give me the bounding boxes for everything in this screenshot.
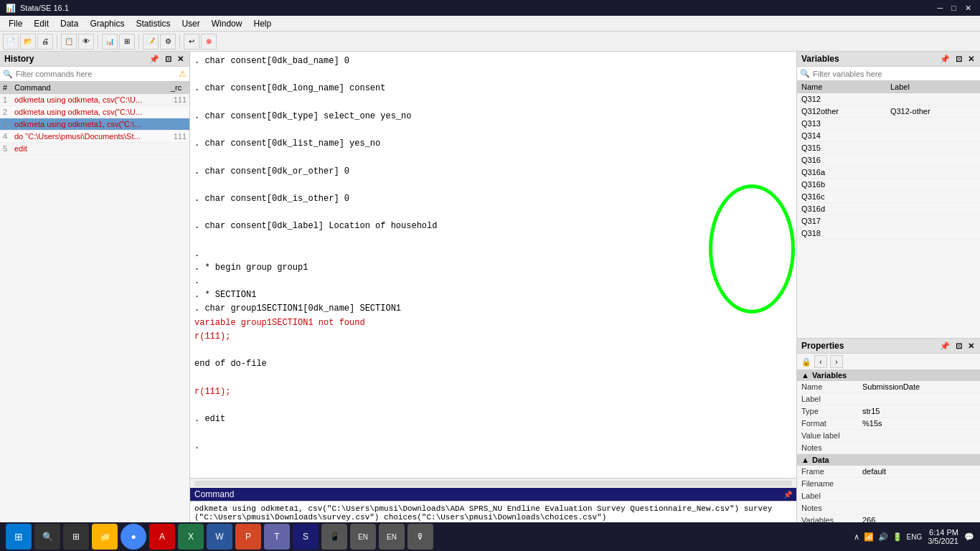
history-controls[interactable]: 📌 ⊡ ✕ bbox=[148, 55, 185, 64]
results-scroll-container[interactable]: . char consent[0dk_bad_name] 0 . char co… bbox=[190, 52, 796, 478]
history-close[interactable]: ✕ bbox=[176, 55, 185, 64]
history-row[interactable]: 3 odkmeta using odkmeta1, csv("C:\... bbox=[0, 118, 189, 131]
variables-search-input[interactable] bbox=[813, 70, 977, 78]
teams-app[interactable]: T bbox=[264, 524, 290, 550]
history-search-input[interactable] bbox=[16, 70, 179, 78]
history-undock[interactable]: ⊡ bbox=[164, 55, 173, 64]
maximize-button[interactable]: □ bbox=[948, 4, 959, 13]
variables-close[interactable]: ✕ bbox=[966, 55, 976, 64]
network-icon[interactable]: 📶 bbox=[864, 532, 874, 542]
variables-undock[interactable]: ⊡ bbox=[954, 55, 963, 64]
variable-row[interactable]: Q314 bbox=[797, 130, 980, 142]
data-section-header[interactable]: ▲ Data bbox=[797, 454, 980, 466]
variable-row[interactable]: Q312 bbox=[797, 93, 980, 105]
acrobat-app[interactable]: A bbox=[149, 524, 175, 550]
taskbar-right: ∧ 📶 🔊 🔋 ENG 6:14 PM 3/5/2021 💬 bbox=[854, 528, 975, 545]
taskview-button[interactable]: ⊞ bbox=[63, 524, 89, 550]
notification-button[interactable]: 💬 bbox=[964, 532, 974, 542]
variable-row[interactable]: Q316b bbox=[797, 179, 980, 191]
variables-section-header[interactable]: ▲ Variables bbox=[797, 369, 980, 381]
variable-row[interactable]: Q318 bbox=[797, 227, 980, 240]
properties-undock[interactable]: ⊡ bbox=[954, 342, 963, 351]
var-col-label: Label bbox=[886, 81, 980, 93]
minimize-button[interactable]: ─ bbox=[935, 4, 946, 13]
properties-close[interactable]: ✕ bbox=[966, 342, 976, 351]
volume-icon[interactable]: 🔊 bbox=[878, 532, 888, 542]
stata-taskbar-app[interactable]: S bbox=[293, 524, 319, 550]
prop-var-row: Notes bbox=[797, 442, 980, 454]
history-row[interactable]: 5 edit bbox=[0, 143, 189, 155]
menu-graphics[interactable]: Graphics bbox=[84, 17, 130, 30]
new-button[interactable]: 📄 bbox=[3, 34, 19, 50]
result-line: . char consent[0dk_bad_name] 0 bbox=[194, 55, 792, 68]
history-row[interactable]: 1 odkmeta using odkmeta, csv("C:\U... 11… bbox=[0, 94, 189, 106]
variable-row[interactable]: Q313 bbox=[797, 118, 980, 130]
variable-row[interactable]: Q317 bbox=[797, 215, 980, 227]
print-button[interactable]: 🖨 bbox=[37, 34, 53, 50]
prop-val bbox=[862, 431, 976, 440]
menu-edit[interactable]: Edit bbox=[28, 17, 55, 30]
tablet-app[interactable]: 📱 bbox=[321, 524, 347, 550]
tray-arrow[interactable]: ∧ bbox=[854, 532, 859, 542]
log-button[interactable]: 📋 bbox=[61, 34, 77, 50]
do-editor-button[interactable]: 📝 bbox=[143, 34, 159, 50]
variable-row[interactable]: Q315 bbox=[797, 142, 980, 154]
lang-app[interactable]: EN bbox=[350, 524, 376, 550]
explorer-app[interactable]: 📁 bbox=[92, 524, 118, 550]
variable-row[interactable]: Q316d bbox=[797, 203, 980, 215]
data-editor-button[interactable]: ⊞ bbox=[119, 34, 135, 50]
viewer-button[interactable]: 👁 bbox=[78, 34, 94, 50]
taskbar-left: ⊞ 🔍 ⊞ 📁 ● A X W P T S 📱 EN EN 🎙 bbox=[6, 524, 433, 550]
chrome-app[interactable]: ● bbox=[121, 524, 146, 550]
title-bar-controls[interactable]: ─ □ ✕ bbox=[935, 4, 974, 13]
var-name: Q318 bbox=[797, 227, 886, 240]
nav-back-button[interactable]: ‹ bbox=[814, 355, 827, 368]
menu-statistics[interactable]: Statistics bbox=[130, 17, 176, 30]
history-search-bar[interactable]: 🔍 ⚠ bbox=[0, 67, 189, 82]
excel-app[interactable]: X bbox=[178, 524, 204, 550]
history-pin[interactable]: 📌 bbox=[148, 55, 161, 64]
var-label: Q312-other bbox=[886, 105, 980, 118]
variable-row[interactable]: Q316 bbox=[797, 154, 980, 166]
speak-app[interactable]: 🎙 bbox=[407, 524, 433, 550]
open-button[interactable]: 📂 bbox=[20, 34, 36, 50]
close-button[interactable]: ✕ bbox=[962, 4, 974, 13]
history-table: # Command _rc 1 odkmeta using odkmeta, c… bbox=[0, 82, 189, 529]
word-app[interactable]: W bbox=[207, 524, 232, 550]
prefs-button[interactable]: ⚙ bbox=[160, 34, 176, 50]
lang-indicator[interactable]: ENG bbox=[907, 533, 923, 541]
powerpoint-app[interactable]: P bbox=[235, 524, 261, 550]
stop-button[interactable]: ⊗ bbox=[201, 34, 217, 50]
lang-app2[interactable]: EN bbox=[379, 524, 405, 550]
variables-pin[interactable]: 📌 bbox=[938, 55, 951, 64]
menu-user[interactable]: User bbox=[176, 17, 205, 30]
variable-row[interactable]: Q312other Q312-other bbox=[797, 105, 980, 118]
search-button[interactable]: 🔍 bbox=[34, 524, 60, 550]
properties-pin[interactable]: 📌 bbox=[938, 342, 951, 351]
menu-help[interactable]: Help bbox=[248, 17, 277, 30]
variables-search-bar[interactable]: 🔍 bbox=[797, 67, 980, 81]
start-button[interactable]: ⊞ bbox=[6, 524, 32, 550]
variables-controls[interactable]: 📌 ⊡ ✕ bbox=[938, 55, 976, 64]
graph-button[interactable]: 📊 bbox=[102, 34, 118, 50]
properties-controls[interactable]: 📌 ⊡ ✕ bbox=[938, 342, 976, 351]
variable-row[interactable]: Q316c bbox=[797, 191, 980, 203]
result-line bbox=[194, 344, 792, 357]
menu-data[interactable]: Data bbox=[55, 17, 84, 30]
menu-file[interactable]: File bbox=[3, 17, 28, 30]
current-date: 3/5/2021 bbox=[928, 537, 958, 545]
battery-icon[interactable]: 🔋 bbox=[892, 532, 903, 542]
history-row[interactable]: 2 odkmeta using odkmeta, csv("C:\U... bbox=[0, 106, 189, 118]
prop-val: %15s bbox=[862, 419, 976, 428]
command-pin-icon[interactable]: 📌 bbox=[783, 491, 792, 499]
undo-button[interactable]: ↩ bbox=[184, 34, 199, 50]
history-row[interactable]: 4 do "C:\Users\pmusi\Documents\St... 111 bbox=[0, 131, 189, 143]
h-scroll-track[interactable] bbox=[194, 481, 792, 486]
variables-panel: Variables 📌 ⊡ ✕ 🔍 Name Label bbox=[797, 52, 980, 339]
variable-row[interactable]: Q316a bbox=[797, 166, 980, 179]
results-h-scroll[interactable] bbox=[190, 478, 796, 488]
menu-window[interactable]: Window bbox=[206, 17, 248, 30]
nav-forward-button[interactable]: › bbox=[830, 355, 843, 368]
col-num: # bbox=[0, 82, 11, 94]
result-line: variable group1SECTION1 not found bbox=[194, 316, 792, 330]
